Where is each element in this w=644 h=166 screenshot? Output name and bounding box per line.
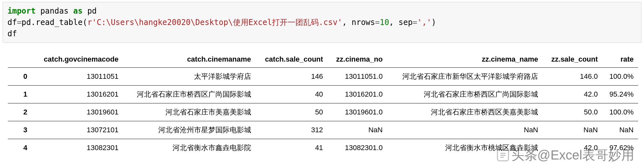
cell: 100.0% bbox=[602, 103, 638, 121]
code-cell: import pandas as pd df=pd.read_table(r'C… bbox=[3, 2, 641, 43]
cell: 河北省石家庄市新华区太平洋影城学府路店 bbox=[387, 68, 543, 86]
cell: 50.0 bbox=[543, 103, 602, 121]
cell: 河北省石家庄市桥西区广尚国际影城 bbox=[387, 86, 543, 103]
dataframe-table: catch.govcinemacode catch.cinemaname cat… bbox=[8, 51, 638, 157]
col-header: catch.govcinemacode bbox=[33, 51, 123, 68]
kw-as: as bbox=[73, 6, 83, 16]
dataframe-output: catch.govcinemacode catch.cinemaname cat… bbox=[0, 47, 644, 159]
cell: 40 bbox=[256, 86, 328, 103]
col-header: catch.sale_count bbox=[256, 51, 328, 68]
cell: 13019601 bbox=[33, 103, 123, 121]
table-row: 4 13082301 河北省衡水市鑫垚电影院 41 13082301.0 河北省… bbox=[8, 139, 638, 157]
cell: 95.24% bbox=[602, 86, 638, 103]
op-eq: = bbox=[375, 18, 380, 27]
table-row: 3 13072101 河北省沧州市星梦国际电影城 312 NaN NaN NaN… bbox=[8, 121, 638, 139]
col-header: zz.sale_count bbox=[543, 51, 602, 68]
code-string: ',' bbox=[417, 18, 431, 27]
cell: 97.62% bbox=[602, 139, 638, 157]
cell: 河北省沧州市星梦国际电影城 bbox=[123, 121, 256, 139]
cell: 河北省石家庄市美嘉美影城 bbox=[123, 103, 256, 121]
code-text: pd bbox=[83, 6, 97, 16]
code-string: r'C:\Users\hangke20020\Desktop\使用Excel打开… bbox=[87, 18, 342, 27]
cell: 42.0 bbox=[543, 139, 602, 157]
cell: NaN bbox=[543, 121, 602, 139]
cell: 13072101 bbox=[33, 121, 123, 139]
cell: 河北省衡水市桃城区鑫垚影城 bbox=[387, 139, 543, 157]
cell: 13082301 bbox=[33, 139, 123, 157]
code-text: df bbox=[7, 29, 17, 38]
row-index: 2 bbox=[8, 103, 33, 121]
table-row: 2 13019601 河北省石家庄市美嘉美影城 50 13019601.0 河北… bbox=[8, 103, 638, 121]
cell: 河北省石家庄市桥西区广尚国际影城 bbox=[123, 86, 256, 103]
cell: 13011051.0 bbox=[328, 68, 387, 86]
cell: 13019601.0 bbox=[328, 103, 387, 121]
row-index: 0 bbox=[8, 68, 33, 86]
row-index: 1 bbox=[8, 86, 33, 103]
cell: 河北省衡水市鑫垚电影院 bbox=[123, 139, 256, 157]
cell: 146.0 bbox=[543, 68, 602, 86]
code-text: ) bbox=[431, 18, 436, 27]
code-number: 10 bbox=[380, 18, 389, 27]
cell: 146 bbox=[256, 68, 328, 86]
code-text: , nrows bbox=[342, 18, 375, 27]
col-header: zz.cinema_name bbox=[387, 51, 543, 68]
col-header: catch.cinemaname bbox=[123, 51, 256, 68]
code-text: df bbox=[7, 18, 17, 27]
index-header bbox=[8, 51, 33, 68]
header-row: catch.govcinemacode catch.cinemaname cat… bbox=[8, 51, 638, 68]
cell: 太平洋影城学府店 bbox=[123, 68, 256, 86]
col-header: zz.cinema_no bbox=[328, 51, 387, 68]
row-index: 4 bbox=[8, 139, 33, 157]
op-eq: = bbox=[17, 18, 21, 27]
table-row: 0 13011051 太平洋影城学府店 146 13011051.0 河北省石家… bbox=[8, 68, 638, 86]
cell: 42.0 bbox=[543, 86, 602, 103]
code-text: , sep bbox=[389, 18, 413, 27]
kw-import: import bbox=[7, 6, 36, 16]
cell: 13082301.0 bbox=[328, 139, 387, 157]
op-eq: = bbox=[413, 18, 417, 27]
cell: 50 bbox=[256, 103, 328, 121]
col-header: rate bbox=[602, 51, 638, 68]
cell: 100.0% bbox=[602, 68, 638, 86]
cell: NaN bbox=[387, 121, 543, 139]
cell: 13016201.0 bbox=[328, 86, 387, 103]
cell: 河北省石家庄市桥西区美嘉美影城 bbox=[387, 103, 543, 121]
cell: 13016201 bbox=[33, 86, 123, 103]
cell: NaN bbox=[602, 121, 638, 139]
code-text: pd.read_table( bbox=[21, 18, 87, 27]
cell: 41 bbox=[256, 139, 328, 157]
cell: 13011051 bbox=[33, 68, 123, 86]
cell: 312 bbox=[256, 121, 328, 139]
row-index: 3 bbox=[8, 121, 33, 139]
cell: NaN bbox=[328, 121, 387, 139]
code-text: pandas bbox=[36, 6, 73, 16]
table-row: 1 13016201 河北省石家庄市桥西区广尚国际影城 40 13016201.… bbox=[8, 86, 638, 103]
